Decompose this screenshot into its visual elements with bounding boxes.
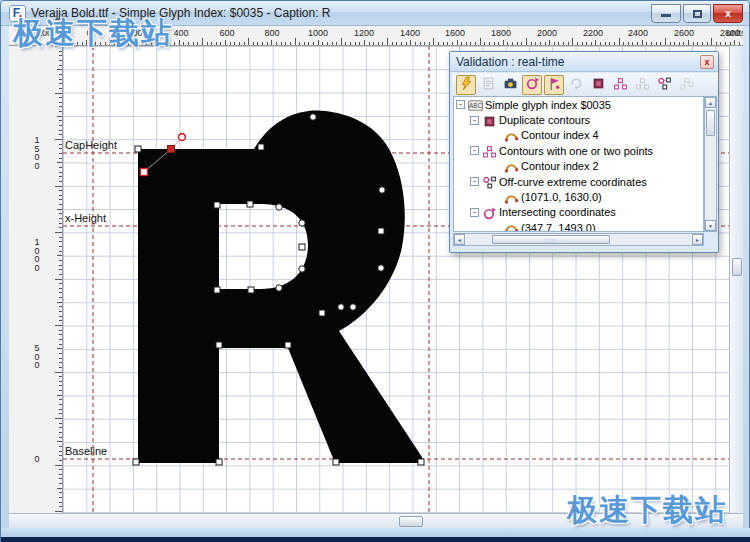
ruler-tick [59, 358, 62, 359]
ruler-tick [57, 69, 62, 70]
ruler-tick [512, 42, 513, 45]
ruler-tick [637, 42, 638, 45]
unused-points-button[interactable] [632, 75, 652, 95]
tree-item[interactable]: -Intersecting coordinates [454, 205, 703, 220]
open-contours-button[interactable] [676, 75, 696, 95]
ruler-tick [59, 237, 62, 238]
maximize-button[interactable] [683, 4, 711, 23]
intersect-icon [482, 206, 496, 219]
tree-vertical-scrollbar[interactable]: ▲ ▼ [704, 96, 717, 232]
refresh-icon [569, 76, 584, 94]
ruler-tick [457, 40, 458, 45]
ruler-tick [59, 223, 62, 224]
realtime-validation-button[interactable] [456, 75, 476, 95]
ruler-units-label: units [726, 28, 743, 38]
points-nodes-icon [482, 144, 496, 157]
ruler-tick [59, 125, 62, 126]
scroll-right-icon[interactable]: ► [692, 234, 703, 245]
ruler-tick [558, 42, 559, 45]
expand-toggle-icon[interactable]: - [470, 146, 479, 155]
scroll-up-icon[interactable]: ▲ [705, 97, 716, 108]
expand-toggle-icon[interactable]: - [456, 100, 465, 109]
ruler-tick [55, 418, 62, 419]
ruler-tick [59, 483, 62, 484]
tree-item[interactable]: Contour index 4 [454, 128, 703, 143]
minimize-button[interactable] [651, 4, 681, 23]
ruler-tick [211, 42, 212, 45]
revalidate-button[interactable] [566, 75, 586, 95]
app-window: F. Verajja Bold.ttf - Simple Glyph Index… [0, 0, 750, 542]
ruler-tick [207, 42, 208, 45]
show-wrong-direction-button[interactable] [544, 75, 564, 95]
ruler-tick [609, 42, 610, 45]
options-icon [503, 76, 518, 94]
ruler-tick [59, 55, 62, 56]
tree-item[interactable]: -Contours with one or two points [454, 143, 703, 158]
tree-horizontal-scrollbar[interactable]: ◄ :::: ► [453, 233, 704, 246]
tree-item[interactable]: Contour index 2 [454, 159, 703, 174]
ruler-tick [59, 158, 62, 159]
validation-toolbar [452, 73, 718, 96]
show-intersecting-button[interactable] [522, 75, 542, 95]
expand-toggle-icon[interactable]: - [470, 116, 479, 125]
ruler-tick [521, 42, 522, 45]
ruler-tick [59, 260, 62, 261]
ruler-tick [656, 42, 657, 45]
ruler-tick [549, 40, 550, 45]
canvas-vertical-scrollbar[interactable] [729, 46, 743, 513]
tree-item-label: (347.7, 1493.0) [521, 222, 596, 232]
ruler-label: 0 [29, 455, 45, 464]
ruler-tick [489, 42, 490, 45]
ruler-tick [59, 446, 62, 447]
scroll-left-icon[interactable]: ◄ [454, 234, 465, 245]
ruler-tick [55, 372, 62, 373]
close-button[interactable]: x [713, 4, 743, 23]
duplicate-contours-button[interactable] [588, 75, 608, 95]
ruler-tick [179, 40, 180, 45]
ruler-tick [730, 42, 731, 45]
tree-item[interactable]: -Duplicate contours [454, 112, 703, 127]
validation-report-button[interactable] [478, 75, 498, 95]
ruler-tick [619, 38, 620, 45]
ruler-tick [660, 42, 661, 45]
scroll-down-icon[interactable]: ▼ [705, 220, 716, 231]
tree-vscroll-thumb[interactable] [706, 110, 715, 136]
ruler-tick [55, 232, 62, 233]
ruler-tick [59, 83, 62, 84]
ruler-tick [59, 362, 62, 363]
dup-square-icon [482, 114, 496, 127]
expand-toggle-icon[interactable]: - [470, 208, 479, 217]
vertical-scroll-thumb[interactable] [732, 258, 742, 276]
tree-item[interactable]: -Off-curve extreme coordinates [454, 174, 703, 189]
ruler-tick [665, 38, 666, 45]
ruler-label: 1800 [491, 28, 511, 38]
ruler-tick [554, 42, 555, 45]
ruler-tick [59, 320, 62, 321]
tree-item[interactable]: (347.7, 1493.0) [454, 220, 703, 232]
ruler-tick [55, 279, 62, 280]
tree-hscroll-thumb[interactable]: :::: [492, 235, 610, 244]
validation-options-button[interactable] [500, 75, 520, 95]
tree-item[interactable]: -ABCSimple glyph index $0035 [454, 97, 703, 112]
panel-close-button[interactable]: x [700, 55, 714, 69]
ruler-tick [59, 497, 62, 498]
ruler-tick [59, 492, 62, 493]
ruler-tick [345, 42, 346, 45]
ruler-label: 600 [219, 28, 234, 38]
ruler-tick [59, 106, 62, 107]
ruler-tick [470, 42, 471, 45]
ruler-tick [350, 42, 351, 45]
ruler-tick [59, 199, 62, 200]
ruler-tick [55, 511, 62, 512]
ruler-tick [59, 460, 62, 461]
contours-few-points-button[interactable] [610, 75, 630, 95]
ruler-tick [216, 42, 217, 45]
ruler-tick [59, 269, 62, 270]
tree-item[interactable]: (1071.0, 1630.0) [454, 189, 703, 204]
ruler-tick [57, 116, 62, 117]
offcurve-extremes-button[interactable] [654, 75, 674, 95]
ruler-tick [410, 40, 411, 45]
ruler-tick [59, 330, 62, 331]
horizontal-scroll-thumb[interactable] [399, 516, 423, 527]
expand-toggle-icon[interactable]: - [470, 177, 479, 186]
